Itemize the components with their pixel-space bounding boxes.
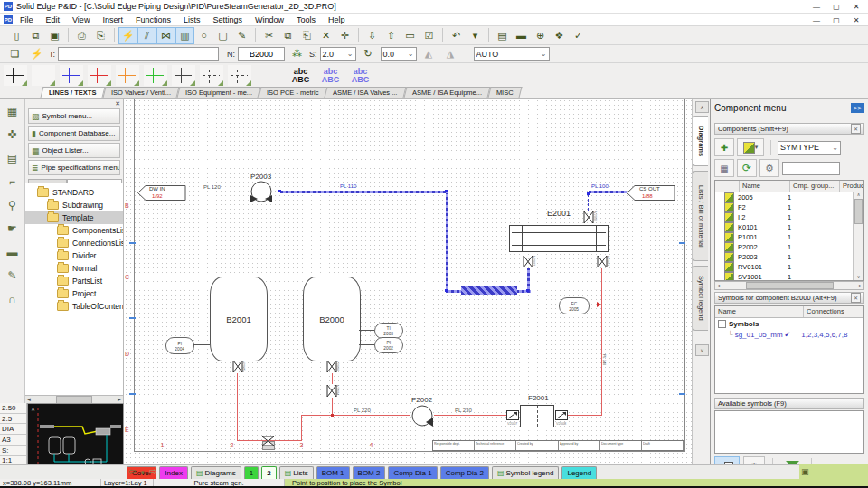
refresh-icon[interactable]: ⟳ [737, 159, 757, 177]
P1001[interactable]: P10011 [715, 232, 863, 242]
pencil-tool-icon[interactable]: ✎ [232, 27, 251, 44]
K0101[interactable]: K01011 [715, 222, 863, 232]
menu-item[interactable]: Functions [130, 15, 176, 24]
scroll-right-icon[interactable]: ► [117, 397, 122, 402]
RV0101[interactable]: RV01011 [715, 262, 863, 272]
drawing-canvas[interactable]: B C D E 12345678 Responsible dept.Techni… [124, 99, 692, 464]
board-icon[interactable]: ▬ [512, 27, 531, 44]
pipe-pl100[interactable] [589, 191, 627, 193]
sheet-tab-2[interactable]: 2 [261, 466, 276, 479]
tree-item-subdrawing[interactable]: Subdrawing [25, 199, 123, 211]
edit-icon[interactable]: ✎ [3, 267, 23, 285]
component-database-button[interactable]: ▮Component Database... [28, 126, 120, 141]
restore-button[interactable]: ▢ [826, 0, 846, 13]
sheet-tab-bom-1[interactable]: BOM 1 [316, 466, 350, 479]
menu-item[interactable]: Lists [178, 15, 206, 24]
pan-tool-icon[interactable]: ☛ [3, 220, 23, 238]
2005[interactable]: 20051 [715, 192, 863, 202]
sheet-tab-legend[interactable]: Legend [561, 466, 597, 479]
flow-down-icon[interactable]: ⇩ [363, 27, 382, 44]
instrument-pi2004[interactable]: PI2004 [165, 337, 194, 354]
add-symbol-icon[interactable]: ⊕ [531, 27, 550, 44]
mirror-vertical-icon[interactable]: ◮ [441, 45, 460, 62]
pipe-specifications-button[interactable]: ≣Pipe specifications menu... [28, 160, 120, 175]
vessel-b2000[interactable]: B2000 [303, 277, 361, 361]
line-style-red[interactable] [88, 65, 111, 86]
tree-item-tableofcontents[interactable]: TableOfContents [25, 300, 123, 313]
prev-sheet-icon[interactable]: ⇦ [128, 466, 136, 476]
palette-tab-asme-valves[interactable]: ASME / ISA Valves ... [325, 87, 407, 98]
line-style-empty[interactable] [32, 65, 55, 86]
open-icon[interactable]: ⧉ [26, 27, 45, 44]
toolbar-button[interactable] [442, 28, 443, 42]
line-style-orange[interactable] [116, 65, 139, 86]
filter-f2001[interactable] [520, 405, 554, 427]
close-icon[interactable]: ✕ [115, 100, 120, 108]
sheet-tab-comp-dia-2[interactable]: Comp Dia 2 [440, 466, 489, 479]
expand-panel-button[interactable]: >> [851, 103, 864, 113]
angle-select[interactable]: 0.0⌄ [381, 47, 417, 61]
menu-item[interactable]: Insert [97, 15, 128, 24]
tree-item-partslist[interactable]: PartsList [25, 275, 123, 287]
circle-tool-icon[interactable]: ○ [194, 27, 213, 44]
component-table-icon[interactable]: ▦ [714, 159, 734, 177]
rotate-icon[interactable]: ↻ [359, 45, 378, 62]
text-input[interactable] [58, 47, 219, 61]
components-vscroll[interactable]: ∧∨ [853, 192, 863, 280]
components-section-header[interactable]: Components (Shift+F9) ✕ [714, 123, 864, 135]
cut-icon[interactable]: ✂ [259, 27, 278, 44]
symbol-color-dropdown[interactable]: ▾ [737, 138, 764, 156]
magnet-icon[interactable]: ∩ [3, 290, 23, 308]
menu-item[interactable]: Window [250, 15, 289, 24]
print-icon[interactable]: ⎙ [72, 27, 91, 44]
menu-item[interactable]: Edit [41, 15, 66, 24]
add-component-icon[interactable]: ✚ [714, 138, 734, 156]
components-hscroll[interactable]: ◄► [714, 281, 864, 290]
line-style-black[interactable] [4, 65, 27, 86]
palette-tab-iso-pce[interactable]: ISO PCE - metric [258, 87, 327, 98]
line-style-gray[interactable] [172, 65, 195, 86]
find-symbol-icon[interactable]: ⁂ [288, 45, 307, 62]
place-symbol-icon[interactable]: ❏ [5, 45, 24, 62]
sheet-tab-symbol-legend[interactable]: Symbol legend [492, 466, 559, 479]
pump-p2002[interactable] [410, 405, 435, 428]
tree-item-connectionslist[interactable]: ConnectionsList [25, 237, 123, 249]
collapse-icon[interactable]: − [718, 320, 726, 328]
palette-tab-iso-valves[interactable]: ISO Valves / Venti... [102, 87, 179, 98]
F2[interactable]: F21 [715, 202, 863, 212]
vessel-b2001[interactable]: B2001 [210, 277, 268, 361]
name-input[interactable] [238, 47, 285, 61]
tree-item-divider[interactable]: Divider [25, 249, 123, 262]
move-icon[interactable]: ✛ [335, 27, 354, 44]
menu-item[interactable]: File [14, 15, 39, 24]
palette-tab-lines-texts[interactable]: LINES / TEXTS [41, 87, 106, 98]
component-icon[interactable]: ❖ [550, 27, 569, 44]
sheet-tab-1[interactable]: 1 [244, 466, 259, 479]
tree-item-componentslist[interactable]: ComponentsList [25, 224, 123, 237]
mode-select[interactable]: AUTO⌄ [474, 47, 550, 61]
pipe-spec-icon[interactable]: ⌐ [3, 173, 23, 191]
component-filter-input[interactable] [782, 162, 840, 175]
close-button[interactable]: ✕ [846, 0, 866, 13]
symbol-create-icon[interactable]: ✜ [3, 126, 23, 144]
palette-tab-asme-equipment[interactable]: ASME / ISA Equipme... [403, 87, 490, 98]
sheet-tab-bom-2[interactable]: BOM 2 [353, 466, 386, 479]
mirror-horizontal-icon[interactable]: ◭ [420, 45, 439, 62]
text-style-blue-1[interactable]: abcABC [318, 65, 343, 86]
close-icon[interactable]: ✕ [851, 293, 861, 303]
scroll-up-icon[interactable]: ∧ [695, 101, 709, 113]
scroll-left-icon[interactable]: ◄ [26, 397, 32, 402]
pipe-pl110[interactable] [280, 191, 448, 193]
valve-tool-icon[interactable]: ⋈ [156, 27, 175, 44]
sheet-tab-comp-dia-1[interactable]: Comp Dia 1 [388, 466, 437, 479]
delete-icon[interactable]: ✕ [316, 27, 335, 44]
instrument-fc2005[interactable]: FC2005 [559, 297, 590, 314]
menu-item[interactable]: Tools [291, 15, 321, 24]
tree-item-normal[interactable]: Normal [25, 262, 123, 275]
sheet-tab-diagrams[interactable]: Diagrams [191, 466, 241, 479]
checklist-icon[interactable]: ☑ [420, 27, 439, 44]
tree-item-standard[interactable]: STANDARD [25, 186, 123, 199]
toolbar-button[interactable] [255, 28, 256, 42]
rect-tool-icon[interactable]: ▢ [213, 27, 232, 44]
zoom-tool-icon[interactable]: ⚲ [3, 196, 23, 214]
